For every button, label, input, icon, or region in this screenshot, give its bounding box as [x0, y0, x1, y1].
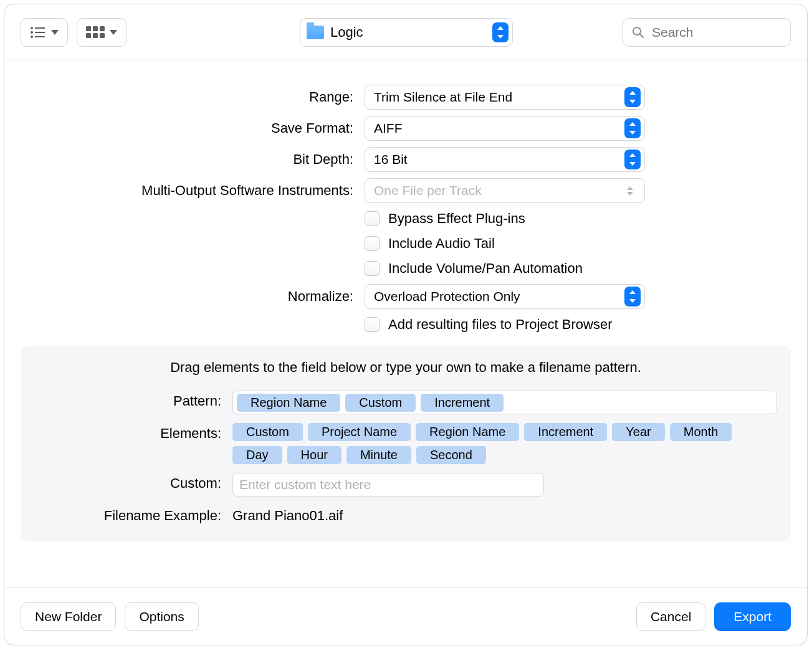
custom-input[interactable]	[232, 473, 544, 497]
svg-rect-8	[100, 26, 105, 31]
chevron-down-icon	[51, 30, 59, 35]
elements-area: CustomProject NameRegion NameIncrementYe…	[232, 423, 777, 464]
element-token[interactable]: Hour	[287, 446, 342, 464]
filename-pattern-panel: Drag elements to the field below or type…	[21, 346, 791, 541]
bypass-fx-checkbox[interactable]	[365, 211, 380, 226]
element-token[interactable]: Project Name	[308, 423, 411, 441]
list-icon	[30, 26, 46, 39]
new-folder-button[interactable]: New Folder	[21, 602, 116, 631]
location-popup[interactable]: Logic	[300, 18, 513, 47]
svg-rect-6	[86, 26, 91, 31]
svg-point-0	[31, 27, 33, 29]
pattern-field[interactable]: Region NameCustomIncrement	[232, 391, 777, 414]
include-volpan-checkbox[interactable]	[365, 261, 380, 276]
updown-icon	[492, 22, 509, 42]
pattern-token[interactable]: Increment	[421, 394, 504, 412]
save-format-popup[interactable]: AIFF	[365, 116, 645, 141]
svg-rect-7	[93, 26, 98, 31]
element-token[interactable]: Month	[670, 423, 732, 441]
example-value: Grand Piano01.aif	[232, 505, 343, 524]
svg-rect-3	[35, 32, 45, 33]
add-to-browser-checkbox[interactable]	[365, 317, 380, 332]
svg-rect-9	[86, 33, 91, 38]
pattern-token[interactable]: Custom	[345, 394, 416, 412]
svg-rect-10	[93, 33, 98, 38]
svg-rect-11	[100, 33, 105, 38]
element-token[interactable]: Second	[416, 446, 486, 464]
bypass-fx-label: Bypass Effect Plug-ins	[388, 211, 525, 227]
pattern-intro: Drag elements to the field below or type…	[34, 359, 777, 376]
element-token[interactable]: Increment	[524, 423, 607, 441]
bit-depth-popup[interactable]: 16 Bit	[365, 147, 645, 172]
include-volpan-label: Include Volume/Pan Automation	[388, 260, 583, 277]
element-token[interactable]: Custom	[232, 423, 303, 441]
options-button[interactable]: Options	[125, 602, 198, 631]
include-tail-label: Include Audio Tail	[388, 235, 495, 252]
sidebar-toggle-button[interactable]	[21, 18, 68, 47]
example-label: Filename Example:	[34, 505, 221, 524]
dialog-body: Range: Trim Silence at File End Save For…	[4, 60, 807, 587]
element-token[interactable]: Year	[612, 423, 664, 441]
custom-label: Custom:	[34, 473, 221, 492]
svg-point-4	[31, 36, 33, 38]
search-field[interactable]	[623, 18, 791, 47]
export-button[interactable]: Export	[714, 602, 791, 631]
pattern-token[interactable]: Region Name	[237, 394, 340, 412]
view-mode-button[interactable]	[77, 18, 127, 47]
element-token[interactable]: Minute	[346, 446, 411, 464]
toolbar: Logic	[4, 4, 807, 60]
range-popup[interactable]: Trim Silence at File End	[365, 85, 645, 110]
export-dialog: Logic Range: Trim Silence at File End Sa…	[4, 4, 808, 645]
updown-icon	[624, 87, 641, 107]
add-to-browser-label: Add resulting files to Project Browser	[388, 316, 613, 333]
svg-rect-1	[35, 27, 45, 29]
svg-point-2	[31, 31, 33, 34]
pattern-label: Pattern:	[34, 391, 221, 409]
folder-icon	[307, 26, 324, 39]
updown-icon	[624, 150, 641, 169]
multi-output-label: Multi-Output Software Instruments:	[4, 183, 353, 199]
range-label: Range:	[4, 89, 353, 105]
chevron-down-icon	[110, 30, 117, 35]
dialog-footer: New Folder Options Cancel Export	[4, 587, 807, 645]
svg-rect-5	[35, 36, 45, 37]
svg-point-12	[633, 27, 641, 35]
include-tail-checkbox[interactable]	[365, 236, 380, 251]
updown-icon	[624, 118, 641, 138]
multi-output-popup: One File per Track	[365, 178, 645, 203]
save-format-label: Save Format:	[4, 120, 353, 136]
cancel-button[interactable]: Cancel	[636, 602, 705, 631]
element-token[interactable]: Region Name	[416, 423, 519, 441]
updown-icon	[624, 287, 641, 306]
bit-depth-label: Bit Depth:	[4, 151, 353, 168]
location-label: Logic	[330, 24, 486, 40]
search-icon	[632, 26, 644, 39]
normalize-popup[interactable]: Overload Protection Only	[365, 284, 645, 309]
element-token[interactable]: Day	[232, 446, 282, 464]
grid-icon	[86, 26, 105, 39]
normalize-label: Normalize:	[4, 288, 353, 305]
search-input[interactable]	[651, 24, 781, 40]
svg-line-13	[640, 34, 643, 37]
updown-icon	[623, 182, 637, 199]
elements-label: Elements:	[34, 423, 221, 442]
